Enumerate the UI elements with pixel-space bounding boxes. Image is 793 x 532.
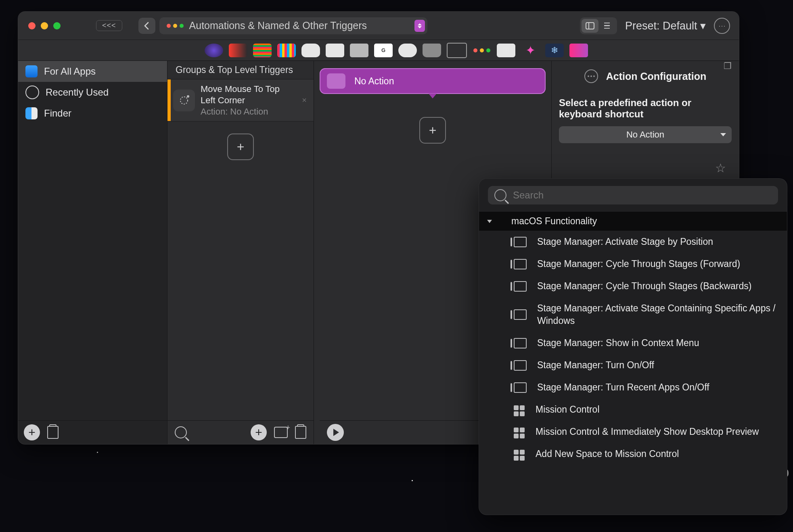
config-title: Action Configuration: [606, 71, 707, 82]
action-list-item[interactable]: Stage Manager: Turn Recent Apps On/Off: [479, 376, 787, 398]
trigger-row[interactable]: Move Mouse To Top Left Corner Action: No…: [167, 79, 314, 121]
action-list-item[interactable]: Mission Control: [479, 398, 787, 421]
column-view-button[interactable]: [582, 19, 598, 33]
groups-column: Groups & Top Level Triggers Move Mouse T…: [167, 61, 314, 444]
action-list-item[interactable]: Stage Manager: Activate Stage Containing…: [479, 297, 787, 332]
add-trigger-button[interactable]: +: [227, 134, 254, 160]
action-card-label: No Action: [354, 76, 394, 87]
search-triggers-button[interactable]: [175, 426, 187, 438]
zoom-window-button[interactable]: [53, 22, 61, 29]
trigtype-automations-icon[interactable]: [473, 44, 491, 57]
close-window-button[interactable]: [28, 22, 36, 29]
trigtype-touchbar-icon[interactable]: [229, 44, 247, 57]
action-list-item[interactable]: Stage Manager: Cycle Through Stages (For…: [479, 253, 787, 275]
action-list-item[interactable]: Mission Control & Immediately Show Deskt…: [479, 421, 787, 443]
action-list-item[interactable]: Stage Manager: Cycle Through Stages (Bac…: [479, 275, 787, 297]
app-sidebar: For All Apps Recently Used Finder +: [18, 61, 167, 444]
trigtype-remote-icon[interactable]: [423, 44, 441, 57]
globe-icon: [25, 65, 38, 77]
trigtype-gradient-icon[interactable]: [569, 44, 588, 57]
svg-point-3: [187, 95, 189, 98]
add-action-button[interactable]: +: [419, 117, 446, 144]
chevron-left-icon: [142, 21, 152, 31]
trigtype-notch-icon[interactable]: [447, 43, 467, 58]
action-search-field[interactable]: [488, 186, 778, 204]
sidebar-item-label: Recently Used: [46, 87, 109, 98]
sidebar-item-all-apps[interactable]: For All Apps: [18, 61, 167, 82]
config-subtitle: Select a predefined action or keyboard s…: [559, 97, 732, 120]
sidebar-item-label: For All Apps: [44, 66, 96, 77]
action-list-item[interactable]: Add New Space to Mission Control: [479, 443, 787, 465]
action-search-input[interactable]: [512, 189, 772, 201]
action-list-item[interactable]: Stage Manager: Activate Stage by Positio…: [479, 231, 787, 253]
trigtype-gestures-icon[interactable]: ⊞: [497, 44, 515, 57]
stage-manager-icon: [514, 259, 527, 269]
detach-panel-button[interactable]: ❐: [724, 61, 732, 71]
stage-manager-icon: [514, 360, 527, 371]
action-category-label: macOS Functionality: [511, 216, 597, 227]
titlebar: <<< Automations & Named & Other Triggers: [18, 12, 739, 40]
trigger-type-iconbar: G ⊞ ✦ ❄: [18, 40, 739, 61]
remove-trigger-button[interactable]: ×: [302, 96, 307, 105]
action-list-item-label: Stage Manager: Cycle Through Stages (Bac…: [537, 280, 779, 292]
action-list-item-label: Add New Space to Mission Control: [536, 448, 779, 460]
svg-point-2: [180, 97, 188, 104]
action-list-item-label: Stage Manager: Show in Context Menu: [537, 337, 779, 349]
action-picker-popover: macOS Functionality Stage Manager: Activ…: [479, 178, 787, 515]
action-dropdown[interactable]: No Action: [559, 126, 732, 143]
action-list-item[interactable]: Stage Manager: Turn On/Off: [479, 354, 787, 376]
mission-control-icon: [514, 405, 525, 414]
groups-footer: +: [167, 420, 314, 444]
trigtype-key-icon[interactable]: G: [374, 44, 393, 57]
trigtype-midi-icon[interactable]: [277, 44, 296, 57]
action-list-item-label: Stage Manager: Activate Stage by Positio…: [537, 236, 779, 248]
stage-manager-icon: [514, 338, 527, 348]
columns-icon: [586, 22, 594, 29]
settings-button[interactable]: ⋯: [714, 18, 730, 34]
trigtype-trackpad-icon[interactable]: [326, 44, 344, 57]
stage-manager-icon: [514, 382, 527, 393]
chevron-down-icon: [487, 220, 492, 223]
sidebar-item-label: Finder: [44, 108, 71, 119]
back-button[interactable]: [138, 18, 155, 34]
add-trigger-footer-button[interactable]: +: [251, 424, 267, 440]
delete-trigger-button[interactable]: [295, 426, 306, 439]
trigtype-streamdeck-icon[interactable]: [253, 44, 272, 57]
action-list-item[interactable]: Stage Manager: Show in Context Menu: [479, 332, 787, 354]
dropdown-stepper-icon: [414, 20, 425, 32]
sidebar-footer: +: [18, 420, 167, 444]
collapse-sidebar-button[interactable]: <<<: [96, 20, 122, 31]
add-app-button[interactable]: +: [24, 424, 40, 440]
trigtype-siri-icon[interactable]: [205, 44, 223, 57]
trigger-category-dropdown[interactable]: Automations & Named & Other Triggers: [159, 17, 427, 34]
ellipsis-icon: ⋯: [718, 21, 726, 30]
mission-control-icon: [514, 428, 525, 436]
run-action-button[interactable]: [327, 424, 344, 441]
action-card[interactable]: No Action: [320, 68, 546, 94]
sidebar-item-recently-used[interactable]: Recently Used: [18, 82, 167, 103]
list-icon: [598, 19, 615, 33]
preset-dropdown[interactable]: Preset: Default ▾: [625, 19, 706, 32]
action-list: Stage Manager: Activate Stage by Positio…: [479, 231, 787, 515]
trigtype-mouse-icon[interactable]: [301, 44, 320, 57]
action-dropdown-label: No Action: [626, 129, 664, 140]
delete-app-button[interactable]: [47, 426, 59, 439]
trigger-title: Move Mouse To Top Left Corner: [201, 83, 296, 106]
view-mode-segmented: [580, 17, 617, 34]
trigtype-keyboard-icon[interactable]: [350, 44, 368, 57]
trigtype-snow-icon[interactable]: ❄: [545, 44, 564, 57]
new-folder-button[interactable]: [274, 427, 288, 438]
favorite-star-icon[interactable]: ☆: [715, 161, 726, 175]
action-category-row[interactable]: macOS Functionality: [479, 212, 787, 231]
trigtype-sparkle-icon[interactable]: ✦: [521, 44, 540, 57]
list-view-button[interactable]: [598, 19, 615, 33]
traffic-light-icon: [167, 24, 184, 28]
play-icon: [333, 429, 339, 436]
more-options-button[interactable]: [584, 69, 598, 83]
mission-control-icon: [514, 450, 525, 459]
stage-manager-icon: [514, 309, 527, 320]
trigtype-magic-mouse-icon[interactable]: [398, 44, 417, 57]
svg-rect-0: [586, 23, 594, 29]
sidebar-item-finder[interactable]: Finder: [18, 103, 167, 124]
minimize-window-button[interactable]: [41, 22, 48, 29]
